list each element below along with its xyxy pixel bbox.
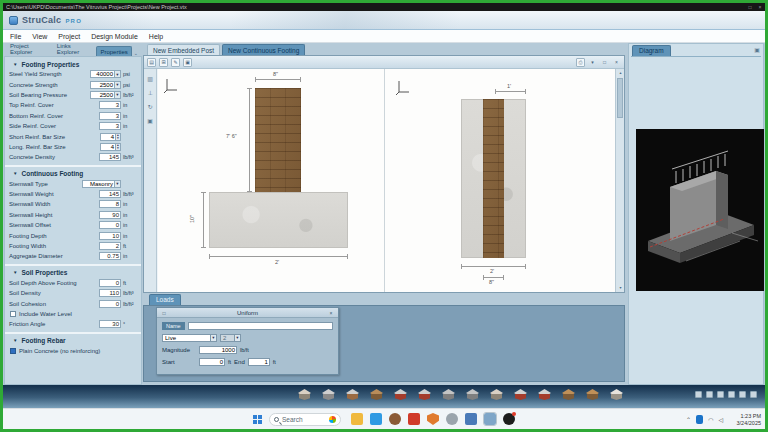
tab-loads[interactable]: Loads — [149, 294, 181, 305]
settings-small-icon[interactable] — [739, 391, 746, 398]
stemwall-offset-input[interactable]: 0 — [99, 221, 121, 229]
browser-icon[interactable] — [389, 413, 401, 425]
stemwall-weight-input[interactable]: 145 — [99, 190, 121, 198]
scrollbar-thumb[interactable] — [617, 78, 623, 118]
bluetooth-icon[interactable] — [696, 415, 703, 424]
scroll-down-icon[interactable]: ▾ — [616, 284, 625, 292]
stemwall-height-input[interactable]: 90 — [99, 211, 121, 219]
menu-design-module[interactable]: Design Module — [91, 33, 138, 40]
monitor-app-icon[interactable] — [465, 413, 477, 425]
stemwall-type-select[interactable]: Masonry▾ — [82, 180, 121, 188]
rotate-view-icon[interactable]: ↻ — [146, 102, 155, 111]
mat-footing-tool-icon[interactable] — [466, 389, 479, 401]
save-icon[interactable]: ▣ — [183, 58, 192, 67]
plain-concrete-checkbox[interactable] — [10, 348, 16, 354]
footing-depth-input[interactable]: 10 — [99, 232, 121, 240]
pin-icon[interactable]: ▣ — [754, 46, 760, 53]
joist-tool-icon[interactable] — [586, 389, 599, 401]
top-reinf-cover-input[interactable]: 3 — [99, 101, 121, 109]
short-reinf-bar-size-stepper[interactable]: 4▴▾ — [100, 133, 121, 141]
dialog-titlebar[interactable]: □ Uniform × — [157, 308, 338, 318]
pier-tool-icon[interactable] — [490, 389, 503, 401]
menu-view[interactable]: View — [32, 33, 47, 40]
vertical-scrollbar[interactable]: ▴ ▾ — [615, 69, 624, 292]
maximize-view-icon[interactable]: □ — [600, 58, 609, 67]
concrete-strength-select[interactable]: 2500▾ — [90, 81, 121, 89]
anchored-post-tool-icon[interactable] — [538, 389, 551, 401]
taskbar-clock[interactable]: 1:23 PM 3/24/2025 — [737, 413, 761, 426]
refresh-small-icon[interactable] — [728, 391, 735, 398]
long-reinf-bar-size-stepper[interactable]: 4▴▾ — [100, 143, 121, 151]
print-icon[interactable]: ⎙ — [576, 58, 585, 67]
side-reinf-cover-input[interactable]: 3 — [99, 122, 121, 130]
tray-chevron-up-icon[interactable]: ⌃ — [686, 416, 691, 423]
soil-depth-above-footing-input[interactable]: 0 — [99, 279, 121, 287]
slab-tool-icon[interactable] — [610, 389, 623, 401]
report-icon[interactable]: ▤ — [147, 58, 156, 67]
wifi-icon[interactable]: ◠ — [708, 416, 713, 423]
friction-angle-input[interactable]: 30 — [99, 320, 121, 328]
tab-new-continuous-footing[interactable]: New Continuous Footing — [222, 44, 305, 55]
tab-properties[interactable]: Properties — [96, 46, 131, 56]
load-name-input[interactable] — [188, 322, 333, 330]
vscode-icon[interactable] — [370, 413, 382, 425]
menu-file[interactable]: File — [10, 33, 21, 40]
magnitude-input[interactable]: 1000 — [199, 346, 237, 354]
datum-icon[interactable]: ⊥ — [146, 88, 155, 97]
strucalc-taskbar-icon[interactable] — [484, 413, 496, 425]
menu-help[interactable]: Help — [149, 33, 163, 40]
volume-icon[interactable]: ◁ — [718, 416, 723, 423]
section-footing-rebar[interactable]: ▼ Footing Rebar — [9, 336, 137, 346]
load-type-select[interactable]: Live▾ — [162, 334, 217, 342]
continuous-footing-tool-icon[interactable] — [394, 389, 407, 401]
stemwall-footing-tool-icon[interactable] — [418, 389, 431, 401]
steel-yield-strength-select[interactable]: 40000▾ — [90, 70, 121, 78]
print-dropdown-icon[interactable]: ▾ — [588, 58, 597, 67]
shield-app-icon[interactable] — [427, 413, 439, 425]
post-footing-tool-icon[interactable] — [346, 389, 359, 401]
soil-bearing-pressure-select[interactable]: 2500▾ — [90, 91, 121, 99]
folder-small-icon[interactable] — [717, 391, 724, 398]
pdf-app-icon[interactable] — [408, 413, 420, 425]
add-view-icon[interactable]: ⊞ — [159, 58, 168, 67]
end-input[interactable]: 1 — [248, 358, 270, 366]
diagram-3d-viewport[interactable] — [636, 129, 764, 291]
tab-diagram[interactable]: Diagram — [632, 45, 671, 56]
maximize-icon[interactable]: □ — [745, 3, 755, 11]
print-small-icon[interactable] — [706, 391, 713, 398]
close-view-icon[interactable]: × — [612, 58, 621, 67]
spread-footing-tool-icon[interactable] — [322, 389, 335, 401]
load-count-select[interactable]: 2▾ — [220, 334, 241, 342]
search-highlights-icon[interactable] — [329, 416, 336, 423]
soil-cohesion-input[interactable]: 0 — [99, 300, 121, 308]
recording-app-icon[interactable] — [503, 413, 515, 425]
dimensions-icon[interactable]: ▥ — [146, 74, 155, 83]
drawing-canvas[interactable]: 8" 7' 6" 10" 2' 1' 2' 8" — [158, 69, 615, 292]
start-button[interactable] — [253, 415, 262, 424]
file-explorer-icon[interactable] — [351, 413, 363, 425]
grid-footing-tool-icon[interactable] — [442, 389, 455, 401]
settings-gear-icon[interactable] — [446, 413, 458, 425]
menu-project[interactable]: Project — [58, 33, 80, 40]
search-box[interactable]: Search — [269, 413, 341, 426]
footing-width-input[interactable]: 2 — [99, 242, 121, 250]
aggregate-diameter-input[interactable]: 0.75 — [99, 252, 121, 260]
tab-project-explorer[interactable]: Project Explorer — [7, 41, 52, 56]
scroll-up-icon[interactable]: ▴ — [616, 69, 625, 77]
concrete-density-input[interactable]: 145 — [99, 153, 121, 161]
dock-icon[interactable] — [695, 391, 702, 398]
wood-post-tool-icon[interactable] — [370, 389, 383, 401]
settings-icon[interactable]: ✎ — [171, 58, 180, 67]
stemwall-width-input[interactable]: 8 — [99, 200, 121, 208]
tab-links-explorer[interactable]: Links Explorer — [54, 41, 95, 56]
start-input[interactable]: 0 — [199, 358, 225, 366]
section-footing-properties[interactable]: ▼ Footing Properties — [9, 59, 137, 69]
popout-icon[interactable]: □ — [160, 310, 168, 316]
wood-beam-tool-icon[interactable] — [562, 389, 575, 401]
tab-new-embedded-post[interactable]: New Embedded Post — [147, 44, 220, 55]
section-continuous-footing[interactable]: ▼ Continuous Footing — [9, 169, 137, 179]
close-icon[interactable]: × — [755, 3, 765, 11]
bottom-reinf-cover-input[interactable]: 3 — [99, 112, 121, 120]
pad-footing-tool-icon[interactable] — [298, 389, 311, 401]
soil-density-input[interactable]: 110 — [99, 289, 121, 297]
